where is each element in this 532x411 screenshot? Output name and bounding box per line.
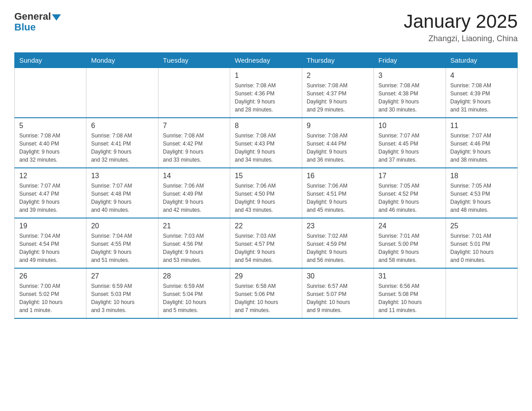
day-info: Sunrise: 7:01 AM Sunset: 5:00 PM Dayligh…: [378, 232, 441, 264]
day-number: 16: [307, 172, 369, 180]
calendar-cell: [446, 268, 517, 318]
calendar-cell: 5Sunrise: 7:08 AM Sunset: 4:40 PM Daylig…: [15, 118, 86, 168]
day-info: Sunrise: 7:03 AM Sunset: 4:56 PM Dayligh…: [163, 232, 225, 264]
weekday-header-friday: Friday: [374, 53, 446, 68]
calendar-cell: 1Sunrise: 7:08 AM Sunset: 4:36 PM Daylig…: [230, 68, 302, 118]
calendar-cell: [158, 68, 230, 118]
day-info: Sunrise: 7:06 AM Sunset: 4:50 PM Dayligh…: [235, 182, 297, 214]
day-number: 9: [307, 122, 369, 130]
day-number: 23: [307, 222, 369, 230]
logo-blue-text: Blue: [14, 21, 36, 33]
calendar-cell: 31Sunrise: 6:56 AM Sunset: 5:08 PM Dayli…: [374, 268, 446, 318]
calendar-subtitle: Zhangzi, Liaoning, China: [403, 34, 518, 43]
day-number: 14: [163, 172, 225, 180]
calendar-cell: 14Sunrise: 7:06 AM Sunset: 4:49 PM Dayli…: [158, 168, 230, 218]
calendar-cell: 4Sunrise: 7:08 AM Sunset: 4:39 PM Daylig…: [446, 68, 517, 118]
calendar-cell: [86, 68, 158, 118]
day-info: Sunrise: 7:01 AM Sunset: 5:01 PM Dayligh…: [450, 232, 513, 264]
day-number: 10: [378, 122, 441, 130]
calendar-title: January 2025: [403, 11, 518, 32]
calendar-cell: [15, 68, 86, 118]
calendar-cell: 24Sunrise: 7:01 AM Sunset: 5:00 PM Dayli…: [374, 218, 446, 268]
calendar-cell: 25Sunrise: 7:01 AM Sunset: 5:01 PM Dayli…: [446, 218, 517, 268]
day-number: 13: [91, 172, 153, 180]
day-info: Sunrise: 7:08 AM Sunset: 4:37 PM Dayligh…: [307, 81, 369, 114]
day-number: 12: [19, 172, 82, 180]
day-number: 17: [378, 172, 441, 180]
day-info: Sunrise: 7:08 AM Sunset: 4:39 PM Dayligh…: [450, 81, 513, 114]
calendar-cell: 17Sunrise: 7:05 AM Sunset: 4:52 PM Dayli…: [374, 168, 446, 218]
weekday-header-monday: Monday: [86, 53, 158, 68]
calendar-cell: 26Sunrise: 7:00 AM Sunset: 5:02 PM Dayli…: [15, 268, 86, 318]
weekday-header-row: SundayMondayTuesdayWednesdayThursdayFrid…: [15, 53, 518, 68]
day-info: Sunrise: 7:08 AM Sunset: 4:36 PM Dayligh…: [235, 81, 297, 114]
day-info: Sunrise: 7:08 AM Sunset: 4:44 PM Dayligh…: [307, 132, 369, 164]
day-info: Sunrise: 7:04 AM Sunset: 4:55 PM Dayligh…: [91, 232, 153, 264]
day-number: 4: [450, 72, 513, 80]
day-number: 5: [19, 122, 82, 130]
day-number: 29: [235, 272, 297, 280]
calendar-cell: 29Sunrise: 6:58 AM Sunset: 5:06 PM Dayli…: [230, 268, 302, 318]
calendar-table: SundayMondayTuesdayWednesdayThursdayFrid…: [14, 52, 518, 319]
day-number: 15: [235, 172, 297, 180]
day-number: 28: [163, 272, 225, 280]
day-info: Sunrise: 7:05 AM Sunset: 4:53 PM Dayligh…: [450, 182, 513, 214]
title-area: January 2025 Zhangzi, Liaoning, China: [403, 11, 518, 43]
day-info: Sunrise: 7:08 AM Sunset: 4:41 PM Dayligh…: [91, 132, 153, 164]
day-number: 2: [307, 72, 369, 80]
day-number: 7: [163, 122, 225, 130]
day-info: Sunrise: 7:08 AM Sunset: 4:38 PM Dayligh…: [378, 81, 441, 114]
calendar-week-row: 12Sunrise: 7:07 AM Sunset: 4:47 PM Dayli…: [15, 168, 518, 218]
page-header: General Blue January 2025 Zhangzi, Liaon…: [14, 11, 518, 43]
weekday-header-thursday: Thursday: [302, 53, 373, 68]
calendar-cell: 8Sunrise: 7:08 AM Sunset: 4:43 PM Daylig…: [230, 118, 302, 168]
day-info: Sunrise: 7:05 AM Sunset: 4:52 PM Dayligh…: [378, 182, 441, 214]
calendar-cell: 11Sunrise: 7:07 AM Sunset: 4:46 PM Dayli…: [446, 118, 517, 168]
day-info: Sunrise: 7:02 AM Sunset: 4:59 PM Dayligh…: [307, 232, 369, 264]
day-info: Sunrise: 6:59 AM Sunset: 5:04 PM Dayligh…: [163, 282, 225, 314]
day-info: Sunrise: 7:08 AM Sunset: 4:43 PM Dayligh…: [235, 132, 297, 164]
calendar-cell: 21Sunrise: 7:03 AM Sunset: 4:56 PM Dayli…: [158, 218, 230, 268]
day-info: Sunrise: 7:07 AM Sunset: 4:47 PM Dayligh…: [19, 182, 82, 214]
day-number: 18: [450, 172, 513, 180]
day-number: 3: [378, 72, 441, 80]
calendar-week-row: 5Sunrise: 7:08 AM Sunset: 4:40 PM Daylig…: [15, 118, 518, 168]
day-number: 25: [450, 222, 513, 230]
weekday-header-saturday: Saturday: [446, 53, 517, 68]
calendar-cell: 9Sunrise: 7:08 AM Sunset: 4:44 PM Daylig…: [302, 118, 373, 168]
day-info: Sunrise: 7:07 AM Sunset: 4:46 PM Dayligh…: [450, 132, 513, 164]
day-number: 19: [19, 222, 82, 230]
calendar-cell: 30Sunrise: 6:57 AM Sunset: 5:07 PM Dayli…: [302, 268, 373, 318]
day-info: Sunrise: 7:07 AM Sunset: 4:48 PM Dayligh…: [91, 182, 153, 214]
day-info: Sunrise: 6:59 AM Sunset: 5:03 PM Dayligh…: [91, 282, 153, 314]
day-number: 27: [91, 272, 153, 280]
day-number: 8: [235, 122, 297, 130]
day-info: Sunrise: 6:57 AM Sunset: 5:07 PM Dayligh…: [307, 282, 369, 314]
day-info: Sunrise: 7:08 AM Sunset: 4:42 PM Dayligh…: [163, 132, 225, 164]
weekday-header-tuesday: Tuesday: [158, 53, 230, 68]
day-number: 30: [307, 272, 369, 280]
day-number: 31: [378, 272, 441, 280]
day-number: 24: [378, 222, 441, 230]
calendar-week-row: 26Sunrise: 7:00 AM Sunset: 5:02 PM Dayli…: [15, 268, 518, 318]
logo: General Blue: [14, 11, 61, 33]
day-info: Sunrise: 7:03 AM Sunset: 4:57 PM Dayligh…: [235, 232, 297, 264]
logo-general-text: General: [14, 11, 51, 22]
calendar-cell: 13Sunrise: 7:07 AM Sunset: 4:48 PM Dayli…: [86, 168, 158, 218]
day-info: Sunrise: 7:06 AM Sunset: 4:49 PM Dayligh…: [163, 182, 225, 214]
day-info: Sunrise: 7:07 AM Sunset: 4:45 PM Dayligh…: [378, 132, 441, 164]
day-number: 22: [235, 222, 297, 230]
calendar-cell: 28Sunrise: 6:59 AM Sunset: 5:04 PM Dayli…: [158, 268, 230, 318]
day-info: Sunrise: 6:56 AM Sunset: 5:08 PM Dayligh…: [378, 282, 441, 314]
calendar-cell: 2Sunrise: 7:08 AM Sunset: 4:37 PM Daylig…: [302, 68, 373, 118]
day-number: 26: [19, 272, 82, 280]
logo-triangle-icon: [52, 14, 61, 21]
day-number: 11: [450, 122, 513, 130]
day-info: Sunrise: 6:58 AM Sunset: 5:06 PM Dayligh…: [235, 282, 297, 314]
calendar-week-row: 1Sunrise: 7:08 AM Sunset: 4:36 PM Daylig…: [15, 68, 518, 118]
calendar-cell: 7Sunrise: 7:08 AM Sunset: 4:42 PM Daylig…: [158, 118, 230, 168]
calendar-cell: 27Sunrise: 6:59 AM Sunset: 5:03 PM Dayli…: [86, 268, 158, 318]
calendar-cell: 12Sunrise: 7:07 AM Sunset: 4:47 PM Dayli…: [15, 168, 86, 218]
calendar-cell: 3Sunrise: 7:08 AM Sunset: 4:38 PM Daylig…: [374, 68, 446, 118]
day-number: 20: [91, 222, 153, 230]
